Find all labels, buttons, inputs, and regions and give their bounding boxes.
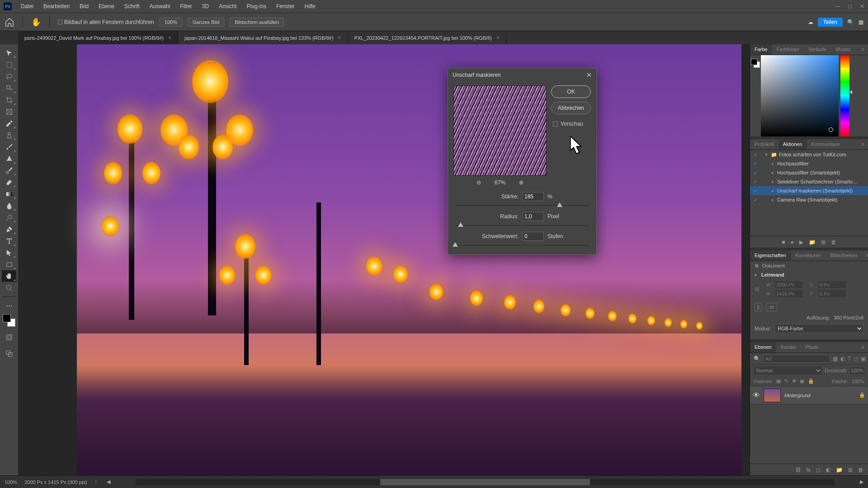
link-wh-icon[interactable]: ⛓ bbox=[755, 286, 764, 292]
visibility-icon[interactable]: 👁 bbox=[753, 391, 760, 399]
lock-pos-icon[interactable]: ✥ bbox=[792, 378, 796, 384]
document-tab[interactable]: PXL_20230422_122623454.PORTRAIT.jpg bei … bbox=[348, 31, 506, 44]
lock-trans-icon[interactable]: ▦ bbox=[776, 378, 781, 384]
eraser-tool[interactable] bbox=[2, 176, 16, 188]
fit-screen-button[interactable]: Ganzes Bild bbox=[188, 18, 224, 27]
healing-brush-tool[interactable] bbox=[2, 129, 16, 141]
filter-smart-icon[interactable]: ▣ bbox=[861, 356, 866, 362]
menu-filter[interactable]: Filter bbox=[175, 1, 197, 11]
zoom-level[interactable]: 100% bbox=[5, 479, 17, 485]
workspace-icon[interactable]: ▦ bbox=[859, 19, 863, 25]
play-icon[interactable]: ▶ bbox=[799, 239, 803, 245]
color-mode-select[interactable]: RGB-Farbe bbox=[774, 324, 863, 333]
layer-thumbnail[interactable] bbox=[764, 389, 781, 402]
menu-fenster[interactable]: Fenster bbox=[272, 1, 299, 11]
panel-menu-icon[interactable]: ≡ bbox=[858, 44, 868, 55]
stop-icon[interactable]: ■ bbox=[782, 239, 785, 245]
type-tool[interactable] bbox=[2, 235, 16, 247]
brush-tool[interactable] bbox=[2, 141, 16, 153]
record-icon[interactable]: ● bbox=[791, 239, 794, 245]
document-tab[interactable]: japan-2014618_Masashi Wakui auf Pixabay.… bbox=[178, 31, 348, 44]
tab-pfade[interactable]: Pfade bbox=[801, 342, 823, 352]
menu-schrift[interactable]: Schrift bbox=[120, 1, 144, 11]
x-field[interactable] bbox=[819, 281, 846, 288]
blur-tool[interactable] bbox=[2, 200, 16, 211]
tab-korrekturen[interactable]: Korrekturen bbox=[791, 250, 826, 261]
screen-mode-icon[interactable] bbox=[2, 347, 16, 359]
move-tool[interactable] bbox=[2, 47, 16, 59]
y-field[interactable] bbox=[819, 290, 846, 297]
tab-kanaele[interactable]: Kanäle bbox=[776, 342, 801, 352]
threshold-slider[interactable] bbox=[455, 242, 589, 249]
lasso-tool[interactable] bbox=[2, 70, 16, 82]
menu-bearbeiten[interactable]: Bearbeiten bbox=[39, 1, 74, 11]
maximize-icon[interactable]: □ bbox=[849, 3, 852, 9]
pen-tool[interactable] bbox=[2, 223, 16, 235]
filter-pixel-icon[interactable]: ▦ bbox=[833, 356, 838, 362]
menu-hilfe[interactable]: Hilfe bbox=[300, 1, 320, 11]
chevron-right-icon[interactable]: 〉 bbox=[94, 479, 99, 485]
doc-info[interactable]: 2000 Px x 1415 Px (300 ppi) bbox=[24, 479, 87, 485]
width-field[interactable] bbox=[775, 281, 802, 288]
menu-plugins[interactable]: Plug-ins bbox=[242, 1, 271, 11]
action-item[interactable]: ✓▸Unscharf maskieren (Smartobjekt) bbox=[750, 186, 868, 195]
zoom-out-icon[interactable]: ⊖ bbox=[476, 179, 481, 186]
group-icon[interactable]: 📁 bbox=[836, 467, 843, 473]
clone-stamp-tool[interactable] bbox=[2, 153, 16, 164]
rectangle-tool[interactable] bbox=[2, 258, 16, 270]
amount-slider[interactable] bbox=[455, 202, 589, 209]
delete-layer-icon[interactable]: 🗑 bbox=[858, 467, 863, 473]
new-action-icon[interactable]: ⊞ bbox=[821, 239, 826, 245]
tab-eigenschaften[interactable]: Eigenschaften bbox=[750, 250, 791, 261]
close-icon[interactable]: ✕ bbox=[860, 3, 864, 9]
new-layer-icon[interactable]: ⊞ bbox=[848, 467, 853, 473]
radius-input[interactable] bbox=[522, 212, 544, 221]
twirl-open-icon[interactable]: ▾ bbox=[755, 272, 757, 277]
zoom-in-icon[interactable]: ⊕ bbox=[519, 179, 524, 186]
scroll-left-icon[interactable]: ◀ bbox=[107, 479, 110, 485]
tab-aktionen[interactable]: Aktionen bbox=[778, 139, 807, 150]
radius-slider[interactable] bbox=[455, 222, 589, 229]
frame-tool[interactable] bbox=[2, 106, 16, 117]
tab-verlaeufe[interactable]: Verläufe bbox=[804, 44, 831, 55]
filter-shape-icon[interactable]: ◻ bbox=[854, 356, 858, 362]
lock-nest-icon[interactable]: ▣ bbox=[800, 378, 804, 384]
menu-ebene[interactable]: Ebene bbox=[94, 1, 119, 11]
preview-checkbox[interactable]: Vorschau bbox=[553, 121, 591, 127]
home-icon[interactable] bbox=[5, 17, 14, 27]
ok-button[interactable]: OK bbox=[551, 85, 591, 98]
panel-menu-icon[interactable]: ≡ bbox=[862, 250, 868, 261]
search-icon[interactable]: 🔍 bbox=[847, 19, 854, 25]
height-field[interactable] bbox=[775, 290, 802, 297]
action-item[interactable]: ✓▸Selektiver Scharfzeichner (Smarto... bbox=[750, 177, 868, 186]
menu-datei[interactable]: Datei bbox=[16, 1, 38, 11]
filter-type-icon[interactable]: T bbox=[848, 356, 851, 362]
selection-tool[interactable] bbox=[2, 82, 16, 94]
scroll-all-windows-checkbox[interactable]: Bildlauf in allen Fenstern durchführen bbox=[58, 19, 154, 25]
menu-bild[interactable]: Bild bbox=[75, 1, 93, 11]
edit-toolbar-icon[interactable]: ⋯ bbox=[2, 300, 16, 311]
check-icon[interactable]: ✓ bbox=[752, 152, 759, 158]
tab-kommentare[interactable]: Kommentare bbox=[807, 139, 844, 150]
orient-landscape-icon[interactable]: ▭ bbox=[766, 303, 777, 311]
eyedropper-tool[interactable] bbox=[2, 117, 16, 129]
layer-row[interactable]: 👁 Hintergrund 🔒 bbox=[750, 386, 868, 404]
tab-farbe[interactable]: Farbe bbox=[750, 44, 772, 55]
document-tab[interactable]: paris-2499022_David Mark auf Pixabay.jpg… bbox=[18, 31, 178, 44]
lock-all-icon[interactable]: 🔒 bbox=[808, 378, 814, 384]
close-icon[interactable]: ✕ bbox=[586, 71, 592, 79]
threshold-input[interactable] bbox=[522, 232, 544, 241]
link-layers-icon[interactable]: ⛓ bbox=[796, 467, 801, 473]
tab-protokoll[interactable]: Protokoll bbox=[750, 139, 778, 150]
close-tab-icon[interactable]: × bbox=[496, 35, 500, 41]
path-selection-tool[interactable] bbox=[2, 247, 16, 258]
dialog-titlebar[interactable]: Unscharf maskieren ✕ bbox=[448, 68, 596, 82]
action-item[interactable]: ✓▸Hochpassfilter (Smartobjekt) bbox=[750, 168, 868, 177]
blend-mode-select[interactable]: Normal bbox=[754, 366, 822, 375]
new-folder-icon[interactable]: 📁 bbox=[809, 239, 816, 245]
tab-ebenen[interactable]: Ebenen bbox=[750, 342, 776, 352]
layer-name[interactable]: Hintergrund bbox=[784, 393, 855, 398]
delete-icon[interactable]: 🗑 bbox=[831, 239, 836, 245]
canvas[interactable] bbox=[18, 44, 750, 475]
menu-auswahl[interactable]: Auswahl bbox=[145, 1, 175, 11]
